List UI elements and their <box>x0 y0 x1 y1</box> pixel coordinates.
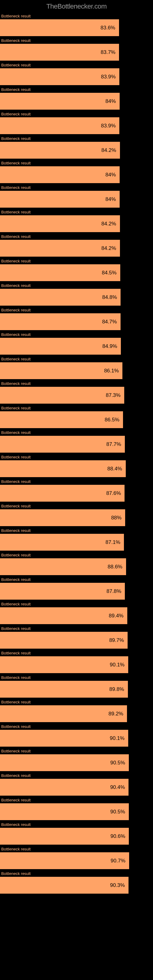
bar-row: Bottleneck result84.5% <box>0 257 153 281</box>
bar-fill: 90.3% <box>0 877 129 894</box>
bar-visual-row: 90.3% <box>0 877 153 894</box>
bar-visual-row: 88% <box>0 509 153 526</box>
bar-visual-row: 90.5% <box>0 754 153 771</box>
bar-label-area: Bottleneck result <box>0 428 153 436</box>
bar-label-area: Bottleneck result <box>0 232 153 240</box>
bar-value: 86.1% <box>104 368 119 374</box>
bar-label-area: Bottleneck result <box>0 355 153 362</box>
bar-label: Bottleneck result <box>1 675 30 680</box>
bar-fill: 89.7% <box>0 632 128 649</box>
bar-visual-row: 87.6% <box>0 485 153 502</box>
bar-row: Bottleneck result90.1% <box>0 649 153 673</box>
bar-fill: 89.4% <box>0 607 127 624</box>
bar-row: Bottleneck result90.4% <box>0 771 153 795</box>
bar-visual-row: 83.9% <box>0 117 153 134</box>
bar-label: Bottleneck result <box>1 847 30 851</box>
bar-label-area: Bottleneck result <box>0 820 153 828</box>
bar-label: Bottleneck result <box>1 528 30 533</box>
bar-row: Bottleneck result89.2% <box>0 698 153 722</box>
bar-value: 89.4% <box>109 613 124 619</box>
bar-label-area: Bottleneck result <box>0 502 153 509</box>
bar-value: 84.7% <box>102 319 117 325</box>
bar-fill: 88% <box>0 509 125 526</box>
bar-label-area: Bottleneck result <box>0 183 153 191</box>
bar-row: Bottleneck result90.1% <box>0 722 153 747</box>
bar-value: 88.4% <box>107 466 122 472</box>
bar-fill: 88.4% <box>0 460 126 477</box>
bar-value: 90.6% <box>110 833 125 840</box>
bar-value: 84.8% <box>102 294 117 301</box>
bar-label: Bottleneck result <box>1 308 30 312</box>
bar-fill: 90.5% <box>0 754 129 771</box>
bar-label: Bottleneck result <box>1 38 30 43</box>
bar-value: 90.1% <box>110 662 124 668</box>
bar-visual-row: 90.6% <box>0 828 153 845</box>
bar-label-area: Bottleneck result <box>0 134 153 142</box>
bar-label-area: Bottleneck result <box>0 379 153 387</box>
bar-value: 83.9% <box>101 74 116 80</box>
bar-row: Bottleneck result84.8% <box>0 281 153 305</box>
bar-fill: 87.8% <box>0 583 125 600</box>
bar-row: Bottleneck result84% <box>0 183 153 208</box>
bar-row: Bottleneck result87.1% <box>0 526 153 550</box>
bar-label: Bottleneck result <box>1 479 30 484</box>
bar-label: Bottleneck result <box>1 822 30 827</box>
bar-fill: 84.8% <box>0 289 121 305</box>
bar-value: 83.6% <box>101 25 115 31</box>
bar-fill: 90.1% <box>0 656 128 673</box>
bar-visual-row: 89.7% <box>0 632 153 649</box>
bar-visual-row: 84% <box>0 166 153 183</box>
bar-visual-row: 84.7% <box>0 313 153 330</box>
bar-fill: 83.7% <box>0 44 119 60</box>
bar-fill: 88.6% <box>0 558 126 575</box>
bar-fill: 90.4% <box>0 779 129 795</box>
bar-label: Bottleneck result <box>1 357 30 361</box>
bar-row: Bottleneck result86.5% <box>0 404 153 428</box>
bar-label-area: Bottleneck result <box>0 36 153 44</box>
bar-value: 84.2% <box>101 147 116 153</box>
bar-fill: 86.1% <box>0 362 123 379</box>
bar-value: 84.5% <box>102 270 116 276</box>
bar-label-area: Bottleneck result <box>0 698 153 705</box>
bar-label: Bottleneck result <box>1 283 30 288</box>
bar-visual-row: 84.2% <box>0 142 153 159</box>
bar-value: 90.5% <box>110 760 125 766</box>
bar-label-area: Bottleneck result <box>0 208 153 215</box>
bar-label-area: Bottleneck result <box>0 110 153 117</box>
bar-row: Bottleneck result87.8% <box>0 575 153 600</box>
bar-fill: 84% <box>0 93 120 110</box>
bar-label-area: Bottleneck result <box>0 453 153 460</box>
bar-label: Bottleneck result <box>1 136 30 141</box>
bar-label-area: Bottleneck result <box>0 869 153 877</box>
bar-row: Bottleneck result90.7% <box>0 845 153 869</box>
bar-fill: 84% <box>0 191 120 208</box>
bar-label: Bottleneck result <box>1 871 30 876</box>
bar-label-area: Bottleneck result <box>0 795 153 803</box>
bar-fill: 90.7% <box>0 852 129 869</box>
bar-row: Bottleneck result88.4% <box>0 453 153 477</box>
bar-visual-row: 83.7% <box>0 44 153 60</box>
bar-visual-row: 83.9% <box>0 68 153 85</box>
bar-label: Bottleneck result <box>1 332 30 337</box>
bar-fill: 89.8% <box>0 681 128 698</box>
bar-visual-row: 90.1% <box>0 730 153 747</box>
bar-label-area: Bottleneck result <box>0 771 153 779</box>
bar-row: Bottleneck result84.2% <box>0 134 153 159</box>
bar-visual-row: 83.6% <box>0 19 153 36</box>
bar-value: 89.7% <box>109 637 124 643</box>
bar-value: 84% <box>105 98 116 105</box>
bar-label-area: Bottleneck result <box>0 526 153 534</box>
bar-value: 87.7% <box>107 441 121 447</box>
bar-visual-row: 84% <box>0 93 153 110</box>
bar-label: Bottleneck result <box>1 14 30 18</box>
bar-label-area: Bottleneck result <box>0 673 153 681</box>
bar-visual-row: 84.8% <box>0 289 153 305</box>
bar-visual-row: 90.4% <box>0 779 153 795</box>
bar-label-area: Bottleneck result <box>0 330 153 338</box>
bar-label: Bottleneck result <box>1 455 30 460</box>
bar-row: Bottleneck result88.6% <box>0 550 153 575</box>
bar-value: 84.2% <box>101 221 116 227</box>
bar-visual-row: 89.2% <box>0 705 153 722</box>
bar-visual-row: 87.3% <box>0 387 153 404</box>
bar-label-area: Bottleneck result <box>0 477 153 485</box>
